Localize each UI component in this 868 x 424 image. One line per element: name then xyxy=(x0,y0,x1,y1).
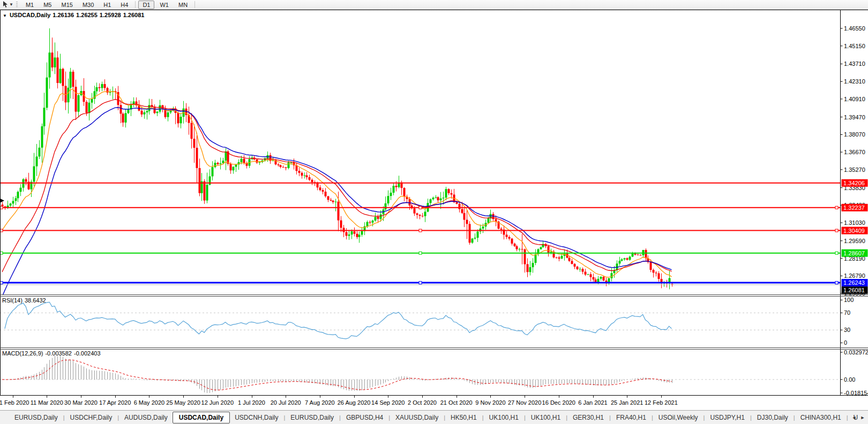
rsi-axis-label: 70 xyxy=(844,309,850,316)
timeframe-buttons: M1M5M15M30H1H4D1W1MN xyxy=(21,1,197,9)
chart-tab-dj30-daily[interactable]: DJ30,Daily xyxy=(752,412,793,423)
rsi-line xyxy=(5,302,672,339)
timeframe-button-m15[interactable]: M15 xyxy=(57,1,77,9)
date-tick xyxy=(388,396,388,398)
date-tick-label: 12 Jun 2020 xyxy=(201,399,234,406)
date-tick xyxy=(13,396,13,398)
chart-tab-usdchf-daily[interactable]: USDCHF,Daily xyxy=(65,412,117,423)
rsi-axis-label: 0 xyxy=(844,339,847,346)
chart-tab-usdcnh-daily[interactable]: USDCNH,Daily xyxy=(230,412,283,423)
date-tick-label: 1 Jul 2020 xyxy=(238,399,265,406)
date-tick xyxy=(252,396,252,398)
chart-tab-uk100-h1[interactable]: UK100,H1 xyxy=(526,412,565,423)
date-tick xyxy=(320,396,320,398)
price-tick-label: 1.40910 xyxy=(844,96,865,102)
macd-histogram xyxy=(3,356,672,393)
price-tick-label: 1.43710 xyxy=(844,60,865,67)
tab-scroll-left-icon[interactable]: ◄ xyxy=(851,414,857,421)
chart-window: 1.465501.451501.437101.423101.409101.394… xyxy=(0,10,868,410)
line-handle[interactable] xyxy=(419,282,422,284)
chart-tab-china300-h1[interactable]: CHINA300,H1 xyxy=(796,412,846,423)
chart-borders xyxy=(0,10,868,396)
ma-line xyxy=(2,108,672,297)
line-handle[interactable] xyxy=(419,229,422,232)
chart-tab-usdcad-daily[interactable]: USDCAD,Daily xyxy=(173,412,230,423)
toolbar-grip[interactable] xyxy=(16,2,18,8)
timeframe-button-m1[interactable]: M1 xyxy=(21,1,38,9)
line-handle[interactable] xyxy=(419,252,422,254)
price-tick-label: 1.36670 xyxy=(844,149,865,155)
line-handle[interactable] xyxy=(835,282,838,284)
date-tick xyxy=(286,396,286,398)
macd-axis-label: 0.032972 xyxy=(844,349,868,355)
price-tick-label: 1.42310 xyxy=(844,78,865,85)
chart-tab-ger30-h1[interactable]: GER30,H1 xyxy=(568,412,609,423)
price-level-tag-label: 1.34206 xyxy=(843,180,865,186)
date-tick-label: 2 Oct 2020 xyxy=(408,399,437,406)
chart-tab-fra40-h1[interactable]: FRA40,H1 xyxy=(611,412,651,423)
date-tick xyxy=(457,396,457,398)
date-tick xyxy=(525,396,525,398)
toolbar-separator xyxy=(135,1,136,8)
price-level-tag-label: 1.26081 xyxy=(843,287,865,293)
timeframe-button-h1[interactable]: H1 xyxy=(99,1,115,9)
date-tick-label: 17 Apr 2020 xyxy=(99,399,131,406)
chart-tab-gbpusd-h4[interactable]: GBPUSD,H4 xyxy=(341,412,388,423)
line-handle[interactable] xyxy=(419,206,422,209)
date-tick-label: 14 Sep 2020 xyxy=(371,399,405,406)
line-handle[interactable] xyxy=(835,229,838,232)
tab-scroll-arrows: ◄ ► xyxy=(851,414,866,421)
date-tick-label: 25 May 2020 xyxy=(166,399,200,406)
price-level-tag-label: 1.32237 xyxy=(843,205,865,211)
chart-tab-usoil-weekly[interactable]: USOil,Weekly xyxy=(654,412,703,423)
timeframe-button-h4[interactable]: H4 xyxy=(116,1,132,9)
chart-tab-audusd-daily[interactable]: AUDUSD,Daily xyxy=(119,412,173,423)
chart-tab-eurusd-daily[interactable]: EURUSD,Daily xyxy=(10,412,63,423)
date-tick-label: 21 Oct 2020 xyxy=(440,399,473,406)
price-tick-label: 1.39470 xyxy=(844,114,865,120)
timeframe-button-m5[interactable]: M5 xyxy=(39,1,56,9)
price-axis[interactable]: 1.465501.451501.437101.423101.409101.394… xyxy=(841,25,868,396)
timeframe-button-d1[interactable]: D1 xyxy=(138,1,154,9)
cursor-tool-icon[interactable] xyxy=(2,1,9,9)
timeframe-button-mn[interactable]: MN xyxy=(174,1,192,9)
date-tick xyxy=(627,396,627,398)
price-tick-label: 1.38070 xyxy=(844,131,865,138)
date-tick-label: 6 May 2020 xyxy=(134,399,164,406)
price-tick-label: 1.29590 xyxy=(844,238,865,244)
date-tick-label: 6 Jan 2021 xyxy=(578,399,607,406)
date-axis[interactable]: 21 Feb 202011 Mar 202030 Mar 202017 Apr … xyxy=(0,396,868,410)
date-tick-label: 11 Mar 2020 xyxy=(31,399,63,406)
chart-tab-usdjpy-h1[interactable]: USDJPY,H1 xyxy=(705,412,749,423)
timeframe-button-m30[interactable]: M30 xyxy=(78,1,98,9)
tab-scroll-right-icon[interactable]: ► xyxy=(859,414,866,421)
price-tick-label: 1.35270 xyxy=(844,166,865,173)
date-tick xyxy=(81,396,81,398)
line-handle[interactable] xyxy=(835,206,838,209)
price-level-tag-label: 1.26243 xyxy=(843,279,865,286)
date-tick-label: 7 Aug 2020 xyxy=(305,399,335,406)
chart-tab-uk100-h1[interactable]: UK100,H1 xyxy=(484,412,523,423)
macd-pane xyxy=(0,356,840,393)
price-level-tag-label: 1.30409 xyxy=(843,228,865,234)
macd-signal-line xyxy=(2,360,672,390)
date-tick xyxy=(354,396,355,398)
price-chart-canvas[interactable]: 1.465501.451501.437101.423101.409101.394… xyxy=(0,10,868,396)
mt4-application: ▼ M1M5M15M30H1H4D1W1MN 1.465501.451501.4… xyxy=(0,0,868,424)
date-tick xyxy=(422,396,423,398)
date-tick xyxy=(490,396,491,398)
chart-tab-eurusd-daily[interactable]: EURUSD,Daily xyxy=(286,412,339,423)
chart-tabs-bar: EURUSD,Daily|USDCHF,Daily|AUDUSD,DailyUS… xyxy=(0,410,868,424)
macd-axis-label: 0.00 xyxy=(844,376,855,383)
macd-axis-label: -0.018154 xyxy=(844,390,868,396)
moving-averages-layer xyxy=(2,89,672,297)
cursor-tool-dropdown-icon[interactable]: ▼ xyxy=(9,2,13,7)
timeframe-button-w1[interactable]: W1 xyxy=(155,1,173,9)
line-handle[interactable] xyxy=(835,252,838,254)
date-tick xyxy=(47,396,47,398)
chart-tab-hk50-h1[interactable]: HK50,H1 xyxy=(446,412,482,423)
rsi-pane xyxy=(0,302,840,339)
date-tick-label: 16 Dec 2020 xyxy=(542,399,575,406)
date-tick xyxy=(115,396,116,398)
chart-tab-xauusd-daily[interactable]: XAUUSD,Daily xyxy=(391,412,443,423)
